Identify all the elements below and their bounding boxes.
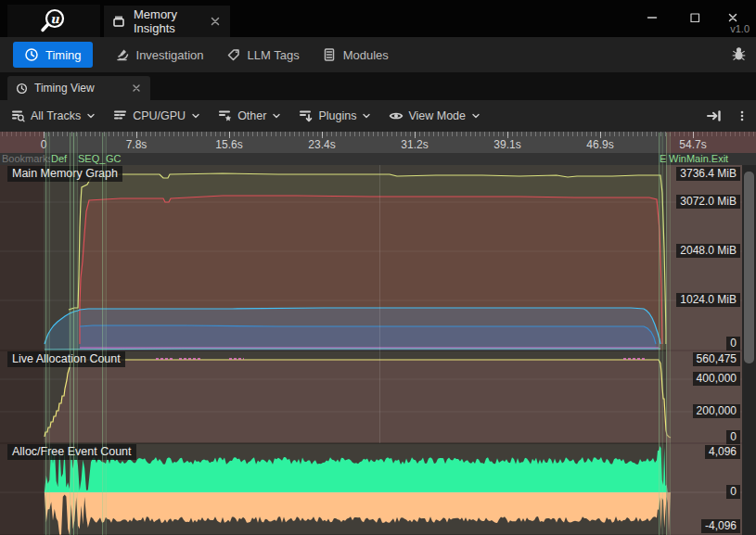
axis-value-label: 4,096 [705, 445, 740, 459]
axis-value-label: 0 [726, 485, 740, 499]
out-of-session-overlay [0, 165, 44, 535]
track-name-live-allocation-count[interactable]: Live Allocation Count [7, 351, 125, 367]
axis-value-label: 3072.0 MiB [676, 195, 740, 209]
axis-value-label: 400,000 [693, 372, 740, 386]
tab-memory-insights[interactable]: Memory Insights [104, 6, 230, 37]
major-tick [693, 132, 694, 138]
tick-label: 39.1s [493, 138, 520, 151]
tag-icon [226, 47, 241, 62]
toolbar-item-timing[interactable]: Timing [13, 42, 93, 68]
timing-markers-row[interactable]: BookmarksDefSEQ_GCEWinMain.Exit [0, 153, 756, 165]
chevron-down-icon [470, 110, 481, 121]
major-tick [322, 132, 323, 138]
chevron-down-icon [85, 110, 96, 121]
view-tab-label: Timing View [34, 82, 95, 95]
minor-ticks [2, 132, 756, 136]
major-tick [415, 132, 416, 138]
major-tick [600, 132, 601, 138]
toolbar-item-label: Modules [343, 48, 389, 62]
track-filter-label: CPU/GPU [133, 109, 186, 122]
jump-to-end-icon[interactable] [706, 108, 723, 123]
close-tab-icon[interactable] [208, 14, 223, 29]
tab-timing-view[interactable]: Timing View [7, 76, 150, 100]
toolbar-item-label: Timing [45, 48, 82, 62]
maximize-button[interactable] [680, 6, 710, 30]
tick-label: 46.9s [586, 138, 613, 151]
axis-value-label: 1024.0 MiB [676, 293, 740, 307]
toolbar-item-modules[interactable]: Modules [322, 42, 389, 68]
track-filter-label: Other [237, 109, 266, 122]
memory-insights-window: u Memory Insights v1.0 TimingInvestigati… [0, 0, 756, 535]
track-filter-all-tracks[interactable]: All Tracks [11, 108, 96, 123]
debug-bug-icon[interactable] [731, 46, 747, 62]
timing-marker-gc[interactable]: GC [106, 153, 122, 165]
out-of-session-tint [0, 132, 44, 153]
tick-label: 54.7s [679, 138, 706, 151]
timing-marker-seq-[interactable]: SEQ_ [78, 153, 105, 165]
minimize-button[interactable] [637, 6, 667, 30]
track-filter-view-mode[interactable]: View Mode [389, 108, 481, 123]
track-filter-plugins[interactable]: Plugins [299, 108, 372, 123]
axis-value-label: 2048.0 MiB [676, 244, 740, 258]
tracks-graph[interactable] [0, 165, 742, 535]
toolbar-item-label: Investigation [136, 48, 204, 62]
toolbar-item-llm-tags[interactable]: LLM Tags [226, 42, 300, 68]
tick-label: 31.2s [401, 138, 428, 151]
unreal-insights-logo[interactable]: u [7, 5, 100, 37]
blue-memory-area [80, 325, 656, 350]
axis-value-label: -4,096 [701, 519, 740, 533]
chevron-down-icon [271, 110, 282, 121]
doc-tab-label: Memory Insights [134, 7, 200, 35]
track-filter-label: Plugins [318, 109, 356, 122]
tick-label: 7.8s [126, 138, 147, 151]
filter-arrow-icon [299, 108, 314, 123]
tick-label: 15.6s [215, 138, 242, 151]
timing-marker-e[interactable]: E [660, 153, 666, 165]
track-toolbar: All TracksCPU/GPUOtherPluginsView Mode [0, 100, 756, 132]
timeline-tracks[interactable] [0, 165, 742, 535]
major-tick [229, 132, 230, 138]
tick-label: 23.4s [308, 138, 335, 151]
axis-value-label: 3736.4 MiB [676, 167, 740, 181]
more-options-icon[interactable] [736, 108, 749, 123]
filter-star-icon [218, 108, 233, 123]
track-filter-label: View Mode [408, 109, 466, 122]
track-filter-cpu-gpu[interactable]: CPU/GPU [113, 108, 201, 123]
live-alloc-count-area [45, 360, 671, 443]
microscope-icon [115, 47, 130, 62]
track-filter-other[interactable]: Other [218, 108, 282, 123]
axis-value-label: 560,475 [693, 352, 740, 366]
clock-icon [16, 83, 28, 95]
titlebar: u Memory Insights v1.0 [0, 0, 756, 37]
scrollbar-thumb[interactable] [744, 172, 754, 363]
version-label: v1.0 [730, 23, 750, 34]
filter-icon [113, 108, 128, 123]
chevron-down-icon [361, 110, 372, 121]
track-filter-label: All Tracks [31, 109, 81, 122]
track-name-alloc-free-event-count[interactable]: Alloc/Free Event Count [7, 444, 136, 460]
track-name-main-memory-graph[interactable]: Main Memory Graph [7, 166, 122, 182]
chevron-down-icon [190, 110, 201, 121]
major-tick [44, 132, 45, 138]
unreal-insights-magnifier-icon: u [38, 7, 70, 35]
major-tick [136, 132, 137, 138]
timing-marker-bookmarks[interactable]: Bookmarks [2, 153, 50, 165]
axis-value-label: 0 [726, 337, 740, 350]
vertical-scrollbar[interactable] [742, 165, 756, 535]
timing-marker-winmain-exit[interactable]: WinMain.Exit [669, 153, 728, 165]
axis-value-label: 200,000 [693, 404, 740, 418]
main-toolbar: TimingInvestigationLLM TagsModules [0, 37, 756, 72]
axis-value-label: 0 [726, 430, 740, 444]
major-tick [507, 132, 508, 138]
tick-label: 0 [41, 138, 47, 151]
timing-marker-def[interactable]: Def [51, 153, 67, 165]
time-ruler[interactable]: 07.8s15.6s23.4s31.2s39.1s46.9s54.7s [0, 132, 756, 153]
document-icon [322, 47, 337, 62]
toolbar-item-investigation[interactable]: Investigation [115, 42, 204, 68]
eye-icon [389, 108, 404, 123]
close-view-tab-icon[interactable] [131, 83, 142, 94]
view-tab-bar: Timing View [0, 72, 756, 100]
memory-chip-icon [111, 14, 126, 29]
filter-search-icon [11, 108, 26, 123]
toolbar-item-label: LLM Tags [248, 48, 300, 62]
